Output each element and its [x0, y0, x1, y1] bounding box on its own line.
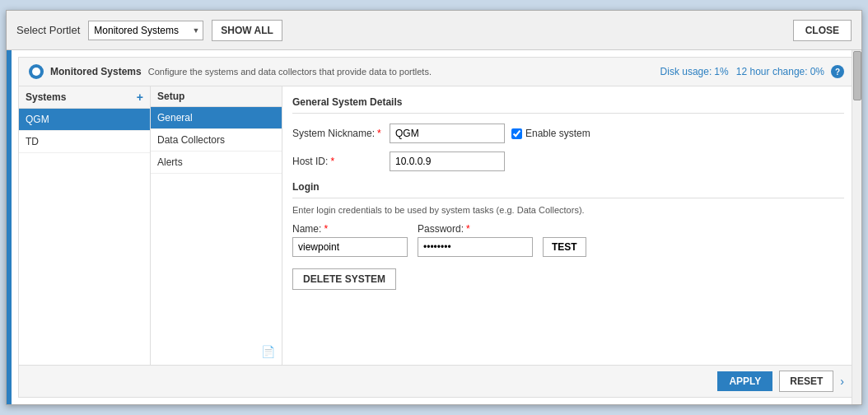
close-button[interactable]: CLOSE — [793, 20, 852, 41]
setup-item-data-collectors[interactable]: Data Collectors — [151, 129, 282, 152]
scrollbar-thumb[interactable] — [853, 51, 861, 100]
password-required: * — [466, 223, 470, 235]
nickname-label: System Nickname: * — [292, 128, 383, 139]
name-input[interactable] — [292, 237, 408, 257]
enable-system-checkbox[interactable] — [511, 128, 522, 139]
delete-system-button[interactable]: DELETE SYSTEM — [292, 268, 396, 290]
panel-body: Systems + QGM TD Setup General Data Coll… — [19, 86, 854, 365]
login-section-title: Login — [292, 181, 844, 198]
monitored-systems-icon — [29, 64, 44, 79]
panel-header: Monitored Systems Configure the systems … — [19, 58, 854, 86]
panel-description: Configure the systems and data collector… — [148, 67, 654, 77]
hour-change-value: 0% — [810, 66, 824, 77]
setup-col-header: Setup — [151, 86, 282, 107]
disk-usage-label: Disk usage: — [660, 66, 712, 77]
add-system-button[interactable]: + — [137, 91, 143, 104]
top-bar: Select Portlet Monitored Systems SHOW AL… — [7, 11, 861, 50]
host-id-row: Host ID: * — [292, 152, 844, 171]
enable-system-label: Enable system — [511, 128, 590, 139]
test-button[interactable]: TEST — [543, 237, 586, 257]
icon-inner — [32, 68, 40, 76]
reset-button[interactable]: RESET — [779, 371, 833, 392]
show-all-button[interactable]: SHOW ALL — [212, 20, 282, 41]
password-label: Password: * — [418, 223, 533, 235]
apply-button[interactable]: APPLY — [717, 371, 772, 391]
nickname-required: * — [377, 128, 381, 139]
hour-change-label: 12 hour change: — [736, 66, 808, 77]
left-accent-bar — [7, 50, 12, 404]
name-required: * — [324, 223, 328, 235]
password-input[interactable] — [418, 237, 533, 257]
setup-item-general[interactable]: General — [151, 107, 282, 129]
name-label: Name: * — [292, 223, 408, 235]
systems-col-header: Systems + — [19, 86, 150, 109]
nickname-input[interactable] — [390, 124, 505, 143]
disk-usage-value: 1% — [714, 66, 728, 77]
host-required: * — [330, 156, 334, 167]
inner-panel: Monitored Systems Configure the systems … — [18, 57, 855, 398]
login-fields: Name: * Password: * — [292, 223, 844, 257]
name-field-group: Name: * — [292, 223, 408, 257]
systems-col-title: Systems — [26, 91, 66, 103]
login-description: Enter login credentials to be used by sy… — [292, 205, 844, 215]
scrollbar-track — [852, 50, 861, 404]
portlet-select-wrapper[interactable]: Monitored Systems — [88, 21, 203, 40]
password-field-group: Password: * — [418, 223, 533, 257]
disk-usage-info: Disk usage: 1% 12 hour change: 0% — [660, 66, 824, 77]
general-details-title: General System Details — [292, 96, 844, 114]
host-label: Host ID: * — [292, 156, 383, 167]
panel-title: Monitored Systems — [50, 66, 142, 77]
systems-column: Systems + QGM TD — [19, 86, 151, 365]
details-column: General System Details System Nickname: … — [282, 86, 854, 365]
setup-item-alerts[interactable]: Alerts — [151, 152, 282, 174]
next-arrow-icon[interactable]: › — [840, 375, 844, 388]
setup-export-icon[interactable]: 📄 — [261, 345, 275, 358]
nickname-row: System Nickname: * Enable system — [292, 124, 844, 143]
system-item-td[interactable]: TD — [19, 131, 150, 153]
setup-col-title: Setup — [157, 91, 184, 102]
bottom-bar: APPLY RESET › — [19, 365, 854, 397]
system-item-qgm[interactable]: QGM — [19, 109, 150, 131]
setup-column: Setup General Data Collectors Alerts 📄 — [151, 86, 282, 365]
help-icon[interactable]: ? — [831, 65, 844, 78]
portlet-select[interactable]: Monitored Systems — [88, 21, 203, 40]
host-id-input[interactable] — [390, 152, 505, 171]
login-section: Login Enter login credentials to be used… — [292, 181, 844, 257]
main-content: Monitored Systems Configure the systems … — [7, 50, 861, 404]
select-portlet-label: Select Portlet — [16, 24, 80, 36]
